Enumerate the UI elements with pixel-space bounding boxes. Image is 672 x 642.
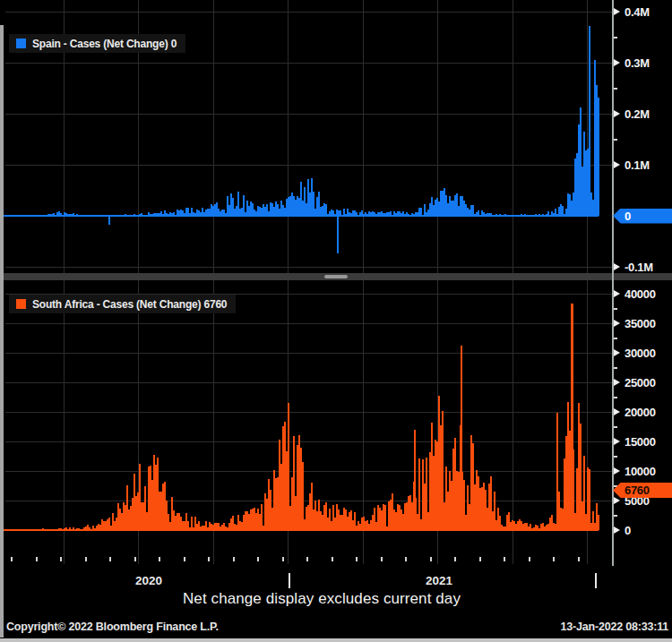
- south-africa-series-swatch-icon: [16, 299, 26, 309]
- y-axis-minor-tick-icon: [614, 308, 617, 310]
- y-axis-tick-label: -0.1M: [625, 261, 653, 274]
- legend-south-africa-label: South Africa - Cases (Net Change) 6760: [32, 298, 227, 311]
- spain-last-value-flag: 0: [613, 209, 672, 224]
- legend-spain[interactable]: Spain - Cases (Net Change) 0: [9, 34, 185, 53]
- x-axis-label-2020: 2020: [135, 574, 162, 587]
- y-axis-tick-label: 0.1M: [625, 158, 650, 172]
- y-axis-minor-tick-icon: [614, 367, 617, 369]
- window-left-edge: [0, 25, 4, 638]
- spain-last-value: 0: [625, 210, 631, 223]
- y-axis-tick-label: 15000: [625, 435, 656, 449]
- y-axis-major-tick-icon: [614, 110, 620, 117]
- y-axis-tick-label: 25000: [625, 376, 656, 389]
- south-africa-last-value-flag: 6760: [613, 483, 672, 498]
- y-axis-line: [612, 0, 614, 566]
- series-baseline: [2, 215, 599, 217]
- panel-divider: [0, 273, 672, 280]
- y-axis-minor-tick-icon: [614, 88, 617, 90]
- footer-bar: Copyright© 2022 Bloomberg Finance L.P. 1…: [0, 619, 672, 638]
- y-axis-tick-label: 20000: [625, 406, 656, 419]
- y-axis-tick-label: 0.4M: [625, 5, 650, 19]
- y-axis-major-tick-icon: [614, 8, 620, 15]
- y-axis-major-tick-icon: [614, 59, 620, 66]
- y-axis-major-tick-icon: [614, 526, 620, 534]
- bloomberg-chart-window: 0.4M0.3M0.2M0.1M-0.1M4000035000300002500…: [0, 0, 672, 642]
- y-axis-tick-label: 0.2M: [625, 107, 650, 121]
- legend-spain-label: Spain - Cases (Net Change) 0: [32, 38, 177, 50]
- y-axis-major-tick-icon: [614, 497, 620, 504]
- y-axis-tick-label: 0: [625, 524, 631, 537]
- y-axis-major-tick-icon: [614, 290, 620, 297]
- x-axis-year-tick-icon: [595, 573, 597, 588]
- window-bottom-edge: [0, 638, 672, 642]
- chart-subtitle: Net change display excludes current day: [0, 590, 643, 608]
- y-axis-minor-tick-icon: [614, 397, 617, 398]
- x-axis-label-2021: 2021: [426, 574, 452, 587]
- y-axis-minor-tick-icon: [614, 139, 617, 141]
- y-axis-major-tick-icon: [614, 320, 620, 327]
- y-axis-tick-label: 30000: [625, 347, 656, 360]
- y-axis-major-tick-icon: [614, 438, 620, 445]
- y-axis-minor-tick-icon: [614, 426, 617, 428]
- y-axis-major-tick-icon: [614, 467, 620, 475]
- panel-divider-handle[interactable]: [324, 275, 348, 278]
- y-axis-minor-tick-icon: [614, 515, 617, 517]
- south-africa-plot-area[interactable]: [0, 280, 612, 564]
- y-axis-minor-tick-icon: [614, 456, 617, 458]
- y-axis-tick-label: 40000: [625, 287, 656, 301]
- y-axis-tick-label: 10000: [625, 465, 656, 478]
- y-axis-major-tick-icon: [614, 379, 620, 386]
- y-axis-tick-label: 0.3M: [625, 56, 650, 70]
- y-axis-major-tick-icon: [614, 161, 620, 168]
- timestamp-text: 13-Jan-2022 08:33:11: [561, 621, 668, 633]
- y-axis-major-tick-icon: [614, 349, 620, 356]
- y-axis-major-tick-icon: [614, 263, 620, 270]
- y-axis-minor-tick-icon: [614, 37, 617, 39]
- y-axis-minor-tick-icon: [614, 338, 617, 339]
- south-africa-last-value: 6760: [625, 484, 650, 497]
- copyright-text: Copyright© 2022 Bloomberg Finance L.P.: [6, 621, 219, 633]
- legend-south-africa[interactable]: South Africa - Cases (Net Change) 6760: [9, 295, 236, 313]
- x-axis-year-tick-icon: [289, 573, 290, 588]
- spain-series-swatch-icon: [16, 39, 26, 48]
- y-axis-major-tick-icon: [614, 408, 620, 415]
- series-baseline: [2, 529, 599, 531]
- y-axis-tick-label: 35000: [625, 317, 656, 330]
